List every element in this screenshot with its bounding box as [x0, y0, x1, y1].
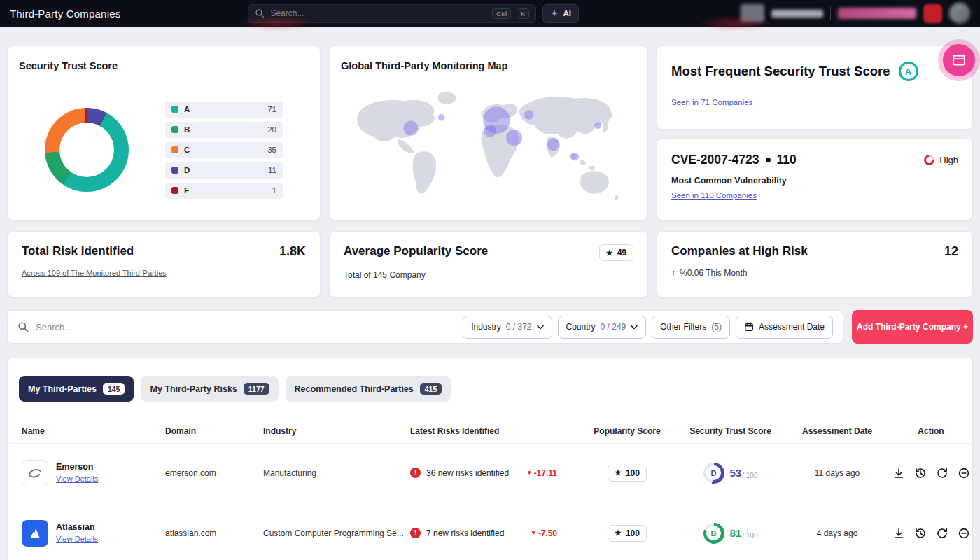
- card-security-trust-score: Security Trust Score A 71 B 20: [7, 46, 321, 220]
- legend-color-swatch: [172, 167, 178, 174]
- trend-indicator: ↑ %0.06 This Month: [671, 268, 958, 278]
- remove-icon[interactable]: [958, 467, 970, 479]
- company-industry: Custom Computer Programming Se...: [263, 528, 410, 538]
- view-details-link[interactable]: View Details: [56, 535, 98, 543]
- industry-filter-dropdown[interactable]: Industry 0 / 372: [463, 316, 552, 339]
- search-icon: [18, 321, 29, 332]
- trust-grade-letter: B: [711, 529, 717, 538]
- legend-count: 71: [267, 105, 276, 113]
- legend-item: D 11: [165, 162, 283, 178]
- tab-recommended-third-parties[interactable]: Recommended Third-Parties 415: [286, 376, 451, 402]
- col-header-latest-risks: Latest Risks Identified: [410, 426, 578, 436]
- notifications-icon[interactable]: [923, 4, 942, 23]
- topbar: Third-Party Companies Search... Ctrl K A…: [0, 0, 980, 27]
- trust-score-max: / 100: [742, 472, 757, 479]
- popularity-value: 49: [617, 248, 626, 258]
- remove-icon[interactable]: [958, 527, 970, 540]
- trend-up-icon: ↑: [671, 268, 676, 278]
- history-icon[interactable]: [914, 467, 927, 479]
- company-domain: emerson.com: [165, 468, 263, 478]
- trend-text: %0.06 This Month: [680, 268, 748, 278]
- summary-row-top: Security Trust Score A 71 B 20: [7, 46, 973, 220]
- ai-button[interactable]: AI: [542, 4, 579, 23]
- col-header-assessment-date: Assessment Date: [785, 426, 890, 436]
- calendar-icon: [744, 322, 754, 332]
- table-row-emerson: Emerson View Details emerson.com Manufac…: [8, 444, 972, 504]
- refresh-icon[interactable]: [936, 467, 948, 479]
- global-search-input[interactable]: Search... Ctrl K: [248, 4, 536, 23]
- triangle-down-icon: ▾: [528, 470, 531, 476]
- card-average-popularity: Average Popularity Score ★ 49 Total of 1…: [329, 231, 648, 298]
- risks-text: 7 new risks identified: [426, 528, 504, 538]
- legend-color-swatch: [172, 106, 178, 113]
- severity-indicator: High: [924, 155, 958, 165]
- seen-in-companies-link[interactable]: Seen in 71 Companies: [671, 98, 752, 106]
- other-filters-button[interactable]: Other Filters (5): [652, 316, 730, 339]
- ai-label: AI: [563, 9, 571, 18]
- tab-label: My Third-Parties: [28, 384, 97, 394]
- star-icon: ★: [615, 528, 622, 538]
- country-filter-count: 0 / 249: [601, 322, 626, 332]
- delta-value: -7.50: [538, 528, 557, 538]
- floating-action-button[interactable]: [943, 44, 975, 76]
- add-third-party-company-button[interactable]: Add Third-Party Company +: [852, 310, 973, 344]
- user-avatar[interactable]: [741, 4, 764, 22]
- donut-hole: [59, 122, 114, 177]
- seen-in-companies-link[interactable]: Seen in 110 Companies: [671, 191, 757, 200]
- assessment-date-button[interactable]: Assessment Date: [736, 316, 833, 339]
- popularity-value: 100: [626, 528, 640, 538]
- star-icon: ★: [615, 468, 622, 477]
- delta-value: -17.11: [534, 468, 557, 478]
- donut-legend: A 71 B 20 C 35 D: [165, 102, 283, 199]
- download-icon[interactable]: [892, 467, 905, 479]
- global-search-placeholder: Search...: [270, 8, 486, 18]
- search-icon: [255, 8, 265, 18]
- stat-value: 12: [944, 244, 958, 259]
- risk-alert-icon: !: [410, 468, 421, 478]
- monitored-third-parties-link[interactable]: Across 109 of The Monitored Third-Partie…: [22, 269, 167, 277]
- trust-score-ring: B: [704, 523, 724, 544]
- other-filters-count: (5): [711, 322, 722, 332]
- card-title: Global Third-Party Monitoring Map: [330, 46, 648, 83]
- panel-icon: [951, 52, 967, 68]
- country-filter-dropdown[interactable]: Country 0 / 249: [558, 316, 647, 339]
- history-icon[interactable]: [914, 527, 927, 540]
- table-row-atlassian: Atlassian View Details atlassian.com Cus…: [8, 503, 972, 560]
- legend-count: 20: [267, 125, 276, 134]
- stat-value: 1.8K: [279, 244, 306, 259]
- company-name: Atlassian: [56, 522, 98, 532]
- table-header-row: Name Domain Industry Latest Risks Identi…: [8, 419, 972, 444]
- legend-color-swatch: [172, 126, 178, 133]
- download-icon[interactable]: [892, 527, 905, 540]
- filter-row: Search... Industry 0 / 372 Country 0 / 2…: [7, 310, 973, 344]
- profile-avatar[interactable]: [949, 3, 970, 24]
- cve-count: 110: [777, 153, 797, 167]
- table-search-input[interactable]: Search...: [36, 322, 456, 332]
- workspace-badge-redacted[interactable]: [838, 8, 916, 19]
- legend-grade: C: [184, 146, 190, 154]
- chevron-down-icon: [537, 325, 544, 330]
- risk-delta: ▾ -17.11: [528, 468, 557, 478]
- trust-score-max: / 100: [742, 532, 757, 540]
- col-header-name: Name: [22, 426, 165, 436]
- severity-label: High: [939, 155, 958, 165]
- legend-count: 35: [267, 146, 276, 154]
- industry-filter-count: 0 / 372: [506, 322, 532, 332]
- tab-my-third-party-risks[interactable]: My Third-Party Risks 1177: [141, 376, 278, 402]
- view-details-link[interactable]: View Details: [56, 475, 98, 483]
- summary-stack: Most Frequent Security Trust Score A See…: [657, 46, 973, 220]
- tab-my-third-parties[interactable]: My Third-Parties 145: [19, 376, 134, 402]
- table-tabs: My Third-Parties 145 My Third-Party Risk…: [8, 358, 972, 419]
- legend-color-swatch: [172, 146, 178, 153]
- popularity-badge: ★ 49: [599, 244, 634, 261]
- divider: [830, 7, 831, 20]
- col-header-domain: Domain: [165, 426, 263, 436]
- third-parties-table-card: My Third-Parties 145 My Third-Party Risk…: [7, 357, 973, 560]
- col-header-trust-score: Security Trust Score: [676, 426, 785, 436]
- cve-id: CVE-2007-4723: [671, 153, 760, 167]
- grade-badge: A: [899, 62, 918, 81]
- refresh-icon[interactable]: [936, 527, 948, 540]
- card-global-monitoring-map: Global Third-Party Monitoring Map: [329, 46, 648, 220]
- tab-label: My Third-Party Risks: [150, 384, 237, 394]
- stat-title: Total Risk Identified: [22, 244, 134, 258]
